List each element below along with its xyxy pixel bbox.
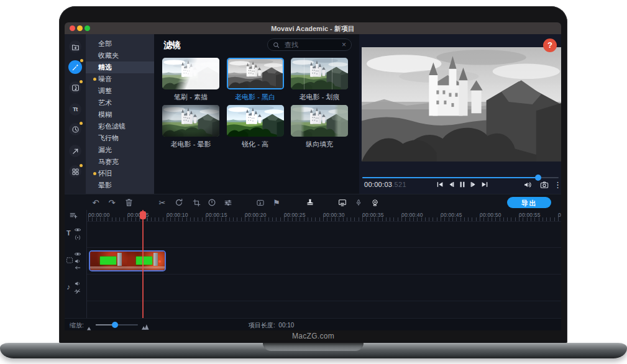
- category-featured[interactable]: 精选: [86, 61, 154, 73]
- transport-controls: [436, 180, 488, 189]
- delete-button[interactable]: [124, 198, 134, 207]
- clip-speed-button[interactable]: [207, 198, 217, 207]
- tool-sidebar: Tt: [65, 34, 86, 194]
- macbook-bezel: Movavi Academic - 新项目 Tt: [59, 6, 567, 344]
- transition-wizard-button[interactable]: [255, 198, 265, 207]
- video-track-icon: [66, 257, 73, 264]
- screen-capture-button[interactable]: [337, 198, 347, 207]
- video-clip[interactable]: [89, 250, 166, 271]
- waveform-icon[interactable]: [74, 288, 81, 294]
- macbook-notch: [263, 343, 364, 351]
- filter-item-selected[interactable]: 老电影 - 黑白: [227, 58, 284, 98]
- adjustments-button[interactable]: [223, 198, 233, 207]
- category-vignette[interactable]: 晕影: [86, 180, 154, 191]
- category-all[interactable]: 全部: [86, 38, 154, 50]
- effect-overlay: [227, 105, 284, 137]
- undo-button[interactable]: ↶: [91, 198, 101, 207]
- add-track-icon[interactable]: [69, 211, 78, 220]
- eye-icon[interactable]: [74, 251, 81, 257]
- filter-item[interactable]: 纵向填充: [291, 105, 348, 145]
- next-frame-button[interactable]: [470, 180, 477, 189]
- sidebar-item-filters[interactable]: [68, 60, 82, 74]
- marker-flag-button[interactable]: ⚑: [272, 198, 281, 207]
- filter-item[interactable]: 锐化 - 高: [227, 105, 284, 145]
- mute-track-icon[interactable]: [74, 280, 81, 287]
- badge-dot: [80, 164, 83, 167]
- category-blur[interactable]: 模糊: [86, 109, 154, 121]
- clip-pillar: [117, 253, 122, 266]
- record-audio-button[interactable]: [354, 198, 364, 207]
- track-divider: [87, 247, 561, 248]
- clip-bottom-strip: [90, 266, 165, 270]
- zoom-slider-handle[interactable]: [112, 322, 118, 328]
- sidebar-item-import[interactable]: [69, 40, 81, 53]
- help-button[interactable]: ?: [543, 39, 557, 52]
- category-retro[interactable]: 怀旧: [86, 168, 154, 180]
- filter-item[interactable]: 老电影 - 晕影: [162, 105, 219, 145]
- category-mosaic[interactable]: 马赛克: [86, 156, 154, 168]
- folder-plus-icon: [71, 43, 80, 51]
- audio-track-icon: ♪: [66, 283, 70, 291]
- skip-start-button[interactable]: [436, 180, 444, 189]
- skip-end-button[interactable]: [481, 180, 488, 189]
- playhead-handle[interactable]: [140, 211, 146, 219]
- sidebar-item-stickers[interactable]: [69, 123, 81, 135]
- app-window: Movavi Academic - 新项目 Tt: [65, 22, 561, 330]
- track-divider: [87, 221, 561, 222]
- redo-button[interactable]: ↷: [107, 198, 117, 207]
- project-length: 项目长度: 00:10: [249, 321, 294, 330]
- crop-button[interactable]: [191, 198, 201, 207]
- category-flying[interactable]: 飞行物: [86, 132, 154, 144]
- rotate-button[interactable]: [174, 198, 184, 207]
- edit-toolbar: ↶ ↷ ✂ ⚑ 导出: [65, 194, 561, 210]
- pause-button[interactable]: [459, 180, 466, 189]
- clear-search-icon[interactable]: ×: [342, 41, 346, 48]
- playhead-line[interactable]: [142, 210, 144, 318]
- video-preview: [362, 47, 561, 162]
- clock-icon: [71, 125, 80, 134]
- link-icon[interactable]: [74, 234, 81, 241]
- export-button[interactable]: 导出: [507, 197, 551, 208]
- category-adjust[interactable]: 调整: [86, 85, 154, 97]
- title-track-icon: T: [66, 229, 71, 237]
- snapshot-camera-icon[interactable]: [540, 180, 549, 191]
- badge-dot: [80, 122, 83, 125]
- effect-overlay: [162, 105, 219, 137]
- prev-frame-button[interactable]: [447, 180, 455, 189]
- clip-frame-green: [136, 257, 152, 265]
- webcam-capture-button[interactable]: [370, 198, 380, 207]
- titles-icon: Tt: [73, 106, 78, 112]
- zoom-out-icon[interactable]: [87, 322, 93, 330]
- category-noise[interactable]: 噪音: [86, 73, 154, 85]
- eye-icon[interactable]: [74, 227, 81, 233]
- stamp-apply-button[interactable]: [305, 198, 315, 207]
- sidebar-item-callouts[interactable]: [69, 145, 81, 157]
- category-light-leak[interactable]: 漏光: [86, 144, 154, 156]
- volume-icon[interactable]: [523, 180, 532, 191]
- track-divider: [87, 274, 561, 275]
- sidebar-item-more-tools[interactable]: [69, 165, 81, 178]
- mute-track-icon[interactable]: [74, 258, 81, 265]
- transition-icon: [71, 84, 80, 92]
- page: Movavi Academic - 新项目 Tt: [0, 0, 627, 364]
- sidebar-item-titles[interactable]: Tt: [69, 103, 81, 116]
- filters-panel: 滤镜 × 笔刷 - 素描 老电影 - 黑白: [154, 34, 359, 194]
- timeline: T ♪ 00:00:00 00:00:05 00:00:10 00:00:15 …: [65, 210, 561, 318]
- clip-detail: [158, 260, 161, 263]
- category-art[interactable]: 艺术: [86, 97, 154, 109]
- effect-overlay: [291, 105, 348, 137]
- search-input[interactable]: [283, 40, 338, 49]
- sidebar-item-transitions[interactable]: [69, 81, 81, 94]
- seek-bar[interactable]: [362, 177, 559, 178]
- split-scissors-button[interactable]: ✂: [157, 198, 167, 207]
- category-favorites[interactable]: 收藏夹: [86, 50, 154, 61]
- filter-item[interactable]: 老电影 - 划痕: [291, 58, 348, 98]
- category-color-filters[interactable]: 彩色滤镜: [86, 121, 154, 132]
- track-rail: T ♪: [65, 210, 87, 318]
- bezel-brand-text: MacZG.com: [59, 332, 567, 340]
- seek-progress: [362, 177, 538, 178]
- zoom-in-icon[interactable]: [142, 321, 149, 330]
- filter-item[interactable]: 笔刷 - 素描: [162, 58, 219, 98]
- more-options-icon[interactable]: ⋮: [554, 180, 561, 189]
- arrow-left-icon[interactable]: [74, 265, 81, 271]
